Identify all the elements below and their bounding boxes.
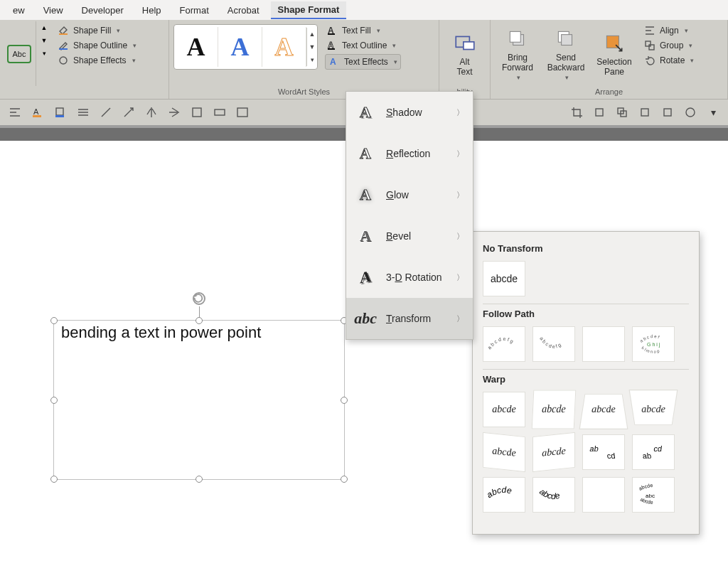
follow-path-arch-up[interactable]: a b c d e f g [483,326,525,362]
abc-style-box[interactable]: Abc [7,45,31,63]
warp-4[interactable]: abcde [629,390,678,425]
style-gallery-up[interactable]: ▲ [39,21,49,34]
tool-more[interactable]: ▾ [705,105,721,120]
rotate-handle[interactable] [193,292,205,305]
follow-path-circle[interactable]: a b c d e f g h i j k l m [582,326,625,362]
shape-fill-button[interactable]: Shape Fill▾ [56,24,138,37]
text-outline-button[interactable]: A Text Outline▾ [325,39,401,52]
tool-sq2[interactable] [614,105,630,120]
fx-3d-rotation[interactable]: A 3-D Rotation 〉 [346,257,473,298]
resize-handle-bl[interactable] [50,476,58,483]
ribbon: Abc ▲ ▼ ▾ Shape Fill▾ Shape Outline▾ Sha [0,20,728,100]
chevron-right-icon: 〉 [456,107,464,118]
text-fill-button[interactable]: A Text Fill▾ [325,24,401,37]
align-button[interactable]: Align▾ [643,24,695,37]
abc-label: Abc [13,50,26,58]
selection-pane-button[interactable]: Selection Pane [590,21,638,86]
fx-shadow-key: S [386,107,392,118]
menu-item-format[interactable]: Format [173,2,216,18]
warp-8[interactable]: abcd [632,434,675,470]
tool-flip-v[interactable] [166,105,182,120]
warp-6[interactable]: abcde [532,432,575,472]
bring-forward-button[interactable]: Bring Forward▾ [493,21,542,86]
rotate-button[interactable]: Rotate▾ [643,54,695,67]
resize-handle-tm[interactable] [196,317,203,324]
menu-item-view[interactable]: View [36,2,70,18]
resize-handle-ml[interactable] [50,397,58,404]
warp-header: Warp [483,374,689,385]
tool-arrow[interactable] [121,105,136,120]
align-icon [644,25,655,36]
wordart-gallery[interactable]: A A A ▲ ▼ ▾ [173,24,318,70]
warp-12[interactable]: abcdeabcabcde [632,477,675,513]
send-backward-label: Send Backward [547,53,585,73]
svg-rect-23 [237,108,247,117]
resize-handle-bm[interactable] [196,476,203,483]
svg-point-2 [60,57,67,64]
fx-shadow[interactable]: A Shadow 〉 [346,92,473,133]
wordart-style-2[interactable]: A [218,27,262,67]
shape-effects-button[interactable]: Shape Effects▾ [56,54,138,67]
tool-crop[interactable] [569,105,584,120]
resize-handle-br[interactable] [341,476,348,483]
svg-point-29 [686,108,695,117]
wordart-gallery-down[interactable]: ▼ [307,41,317,53]
alt-text-button[interactable]: Alt Text [442,21,487,86]
no-transform-option[interactable]: abcde [483,261,525,296]
svg-rect-27 [641,109,648,116]
resize-handle-tl[interactable] [50,317,58,324]
follow-path-arch-down[interactable]: a b c d e f g [532,326,575,362]
tool-highlight[interactable] [53,105,68,120]
svg-text:cd: cd [606,451,616,460]
arrange-group-label: Arrange [493,86,724,99]
resize-handle-mr[interactable] [341,397,348,404]
tool-align-left[interactable] [7,105,23,120]
tool-sq1[interactable] [592,105,607,120]
shape-text-content[interactable]: bending a text in power point [61,323,261,342]
menu-item-help[interactable]: Help [135,2,168,18]
warp-2[interactable]: abcde [532,390,577,429]
menu-item-shape-format[interactable]: Shape Format [271,1,347,19]
warp-10[interactable]: abcde [532,477,575,513]
text-shape[interactable]: bending a text in power point [53,320,345,480]
svg-rect-20 [55,115,64,117]
warp-7[interactable]: abcd [582,434,625,470]
svg-text:ab: ab [642,451,652,460]
bring-forward-label: Bring Forward [502,53,533,73]
text-effects-button[interactable]: A Text Effects▾ [325,54,401,70]
follow-path-button[interactable]: a b c d e fG h i jk l m n o p [632,326,675,362]
warp-5[interactable]: abcde [483,432,525,472]
tool-rect[interactable] [212,105,228,120]
tool-sq4[interactable] [660,105,675,120]
wordart-gallery-up[interactable]: ▲ [307,28,317,41]
menu-item-review-cut[interactable]: ew [6,2,32,18]
menu-item-developer[interactable]: Developer [75,2,131,18]
fx-glow[interactable]: A Glow 〉 [346,174,473,215]
style-gallery-down[interactable]: ▼ [39,34,49,47]
warp-11[interactable]: abcde [582,477,625,513]
tool-line[interactable] [98,105,114,120]
wordart-style-1[interactable]: A [174,27,218,67]
fx-reflection[interactable]: A Reflection 〉 [346,133,473,174]
warp-9[interactable]: abcde [483,477,525,513]
warp-1[interactable]: abcde [483,392,525,427]
tool-flip-h[interactable] [144,105,159,120]
send-backward-button[interactable]: Send Backward▾ [542,21,590,86]
shape-outline-button[interactable]: Shape Outline▾ [56,39,138,52]
tool-sq3[interactable] [637,105,653,120]
wordart-gallery-more[interactable]: ▾ [307,53,317,66]
tool-rot[interactable] [682,105,698,120]
fx-bevel[interactable]: A Bevel 〉 [346,215,473,257]
wordart-style-3[interactable]: A [262,27,306,67]
warp-3[interactable]: abcde [579,394,628,429]
tool-font-color[interactable]: A [30,105,46,120]
reflection-icon: A [355,143,376,164]
menu-item-acrobat[interactable]: Acrobat [220,2,267,18]
tool-picture[interactable] [235,105,250,120]
tool-square[interactable] [189,105,205,120]
fx-transform[interactable]: abc Transform 〉 [346,298,473,339]
group-button[interactable]: Group▾ [643,39,695,52]
text-fill-icon: A [326,25,338,36]
style-gallery-more[interactable]: ▾ [39,47,49,60]
tool-styles[interactable] [75,105,91,120]
